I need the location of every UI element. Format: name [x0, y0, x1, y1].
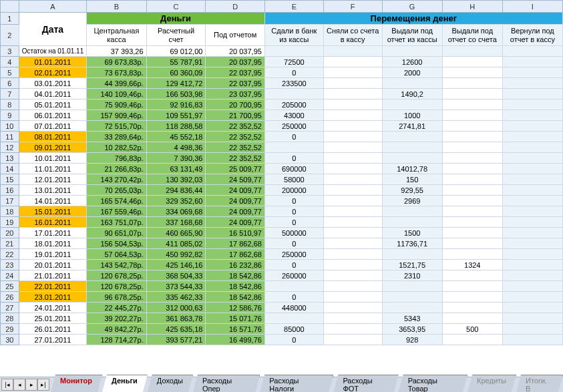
cell-move-17-4[interactable]	[502, 196, 562, 206]
cell-move-26-0[interactable]: 0	[264, 292, 323, 303]
cell-money-9-2[interactable]: 21 700,95	[206, 110, 264, 121]
cell-money-23-1[interactable]: 425 146,16	[146, 260, 206, 270]
cell-move-11-2[interactable]	[382, 132, 442, 142]
cell-move-22-2[interactable]	[382, 249, 442, 260]
cell-money-27-2[interactable]: 12 586,76	[206, 303, 264, 313]
cell-move-27-4[interactable]	[502, 303, 562, 313]
cell-move-15-2[interactable]: 150	[382, 174, 442, 185]
cell-move-8-3[interactable]	[442, 100, 502, 110]
cell-move-27-0[interactable]: 448000	[264, 303, 323, 313]
cell-move-20-1[interactable]	[323, 228, 382, 238]
cell-date-23[interactable]: 20.01.2011	[19, 260, 87, 270]
cell-move-15-0[interactable]: 58000	[264, 174, 323, 185]
cell-move-7-2[interactable]: 1490,2	[382, 89, 442, 100]
sheet-tab-6[interactable]: Расходы Товар	[398, 375, 467, 392]
cell-money-6-2[interactable]: 22 037,95	[206, 78, 264, 89]
cell-move-29-3[interactable]: 500	[442, 324, 502, 335]
cell-move-18-0[interactable]: 0	[264, 206, 323, 217]
cell-move-23-2[interactable]: 1521,75	[382, 260, 442, 270]
sheet-tab-2[interactable]: Доходы	[147, 375, 193, 392]
cell-move-12-3[interactable]	[442, 142, 502, 153]
cell-date-28[interactable]: 25.01.2011	[19, 313, 87, 324]
cell-money-20-2[interactable]: 16 510,97	[206, 228, 264, 238]
cell-move-30-4[interactable]	[502, 335, 562, 345]
cell-move-21-1[interactable]	[323, 238, 382, 249]
cell-move-12-1[interactable]	[323, 142, 382, 153]
cell-move-10-0[interactable]: 250000	[264, 121, 323, 132]
cell-money-23-2[interactable]: 16 232,86	[206, 260, 264, 270]
col-header-A[interactable]: A	[19, 1, 87, 13]
cell-move-11-0[interactable]: 0	[264, 132, 323, 142]
cell-move-27-3[interactable]	[442, 303, 502, 313]
row-header-20[interactable]: 20	[1, 228, 19, 238]
cell-money-28-2[interactable]: 15 071,76	[206, 313, 264, 324]
row-header-8[interactable]: 8	[1, 100, 19, 110]
cell-money-23-0[interactable]: 143 542,78р.	[87, 260, 146, 270]
row-header-21[interactable]: 21	[1, 238, 19, 249]
cell-move-20-3[interactable]	[442, 228, 502, 238]
cell-move-26-2[interactable]	[382, 292, 442, 303]
sheet-tab-5[interactable]: Расходы ФОТ	[333, 375, 398, 392]
cell-move-29-0[interactable]: 85000	[264, 324, 323, 335]
cell-move-22-3[interactable]	[442, 249, 502, 260]
cell-move-18-4[interactable]	[502, 206, 562, 217]
cell-move-4-0[interactable]: 72500	[264, 57, 323, 67]
cell-move-8-1[interactable]	[323, 100, 382, 110]
cell-money-15-2[interactable]: 24 509,77	[206, 174, 264, 185]
cell-move-8-2[interactable]	[382, 100, 442, 110]
cell-move-18-2[interactable]	[382, 206, 442, 217]
cell-move-20-0[interactable]: 500000	[264, 228, 323, 238]
cell-money-18-1[interactable]: 334 069,68	[146, 206, 206, 217]
select-all-corner[interactable]	[1, 1, 19, 13]
cell-move-20-2[interactable]: 1500	[382, 228, 442, 238]
cell-money-21-2[interactable]: 17 862,68	[206, 238, 264, 249]
row-header-17[interactable]: 17	[1, 196, 19, 206]
row-header-13[interactable]: 13	[1, 153, 19, 164]
cell-move-8-0[interactable]: 205000	[264, 100, 323, 110]
cell-move-13-4[interactable]	[502, 153, 562, 164]
row-header-26[interactable]: 26	[1, 292, 19, 303]
col-header-G[interactable]: G	[382, 1, 442, 13]
cell-money-4-0[interactable]: 69 673,83р.	[87, 57, 146, 67]
cell-money-17-1[interactable]: 329 352,60	[146, 196, 206, 206]
cell-date-22[interactable]: 19.01.2011	[19, 249, 87, 260]
cell-move-4-4[interactable]	[502, 57, 562, 67]
cell-move-21-2[interactable]: 11736,71	[382, 238, 442, 249]
cell-money-5-0[interactable]: 73 673,83р.	[87, 67, 146, 78]
row-header-10[interactable]: 10	[1, 121, 19, 132]
cell-date-19[interactable]: 16.01.2011	[19, 217, 87, 228]
cell-date-4[interactable]: 01.01.2011	[19, 57, 87, 67]
cell-money-12-2[interactable]: 22 352,52	[206, 142, 264, 153]
cell-money-25-2[interactable]: 18 542,86	[206, 281, 264, 292]
cell-move-9-3[interactable]	[442, 110, 502, 121]
cell-move-10-1[interactable]	[323, 121, 382, 132]
col-header-D[interactable]: D	[206, 1, 264, 13]
cell-money-14-1[interactable]: 63 131,49	[146, 164, 206, 174]
cell-move-5-2[interactable]: 2000	[382, 67, 442, 78]
cell-money-8-2[interactable]: 20 700,95	[206, 100, 264, 110]
cell-date-18[interactable]: 15.01.2011	[19, 206, 87, 217]
cell-move-26-3[interactable]	[442, 292, 502, 303]
tab-nav-next[interactable]: ▸	[25, 379, 37, 391]
col-header-B[interactable]: B	[87, 1, 146, 13]
cell-money-29-2[interactable]: 16 571,76	[206, 324, 264, 335]
cell-move-10-4[interactable]	[502, 121, 562, 132]
row-header-11[interactable]: 11	[1, 132, 19, 142]
cell-money-13-1[interactable]: 7 390,36	[146, 153, 206, 164]
cell-date-20[interactable]: 17.01.2011	[19, 228, 87, 238]
cell-move-28-0[interactable]	[264, 313, 323, 324]
cell-move-14-0[interactable]: 690000	[264, 164, 323, 174]
cell-move-21-4[interactable]	[502, 238, 562, 249]
cell-move-7-1[interactable]	[323, 89, 382, 100]
cell-money-13-2[interactable]: 22 352,52	[206, 153, 264, 164]
cell-move-4-2[interactable]: 12600	[382, 57, 442, 67]
cell-move-5-0[interactable]: 0	[264, 67, 323, 78]
cell-move-9-4[interactable]	[502, 110, 562, 121]
cell-move-24-3[interactable]	[442, 270, 502, 281]
cell-money-13-0[interactable]: 796,83р.	[87, 153, 146, 164]
cell-move-10-2[interactable]: 2741,81	[382, 121, 442, 132]
cell-money-16-2[interactable]: 24 009,77	[206, 185, 264, 196]
cell-move-7-0[interactable]	[264, 89, 323, 100]
cell-money-19-0[interactable]: 163 751,07р.	[87, 217, 146, 228]
col-header-F[interactable]: F	[323, 1, 382, 13]
